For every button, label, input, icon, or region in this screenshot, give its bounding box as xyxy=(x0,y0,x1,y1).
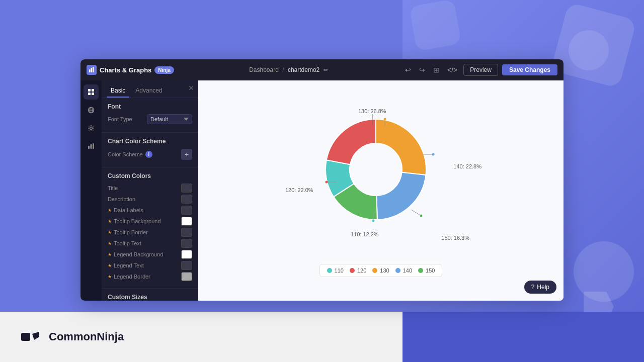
svg-rect-0 xyxy=(21,333,30,341)
sidebar-item-grid[interactable] xyxy=(84,84,99,100)
icon-sidebar xyxy=(80,80,102,301)
code-button[interactable]: </> xyxy=(445,65,459,75)
donut-segment-140[interactable] xyxy=(376,172,426,220)
color-swatch[interactable] xyxy=(181,228,192,237)
svg-rect-9 xyxy=(92,93,94,95)
label-130: 130: 26.8% xyxy=(358,108,386,114)
donut-chart xyxy=(300,104,451,235)
svg-point-26 xyxy=(420,215,423,217)
color-label-text: Tooltip Background xyxy=(114,218,161,224)
bottom-bar-right xyxy=(403,312,644,362)
deco-arrow xyxy=(584,292,614,322)
legend-label-140: 140 xyxy=(403,267,412,274)
svg-rect-4 xyxy=(91,68,93,72)
breadcrumb-parent[interactable]: Dashboard xyxy=(249,66,279,73)
color-item-description: Description xyxy=(108,195,192,204)
save-button[interactable]: Save Changes xyxy=(502,64,557,75)
legend-dot-140 xyxy=(395,268,400,273)
star-icon: ★ xyxy=(108,263,112,268)
color-item-legend-text: ★Legend Text xyxy=(108,261,192,270)
sidebar-item-chart[interactable] xyxy=(84,139,99,154)
info-icon[interactable]: i xyxy=(145,151,152,158)
custom-colors-section: Custom Colors TitleDescription★Data Labe… xyxy=(102,167,198,289)
svg-rect-15 xyxy=(91,144,92,149)
legend-item-110: 110 xyxy=(327,267,344,274)
custom-sizes-title: Custom Sizes xyxy=(108,294,192,301)
add-scheme-button[interactable]: + xyxy=(181,149,192,160)
color-label-text: Legend Border xyxy=(114,274,150,280)
breadcrumb: Dashboard / chartdemo2 ✏ xyxy=(178,66,399,73)
color-item-tooltip-background: ★Tooltip Background xyxy=(108,217,192,226)
color-swatch[interactable] xyxy=(181,206,192,215)
donut-segment-120[interactable] xyxy=(327,119,376,164)
sidebar-item-settings[interactable] xyxy=(84,121,99,136)
svg-rect-5 xyxy=(93,67,94,72)
svg-rect-6 xyxy=(88,89,91,92)
edit-icon[interactable]: ✏ xyxy=(324,67,328,73)
legend-item-120: 120 xyxy=(350,267,366,274)
color-swatch[interactable] xyxy=(181,195,192,204)
color-label-text: Description xyxy=(108,196,135,202)
scheme-label: Color Scheme i xyxy=(108,151,152,158)
breadcrumb-current: chartdemo2 xyxy=(288,66,319,73)
panel-tabs: Basic Advanced ✕ xyxy=(102,80,198,98)
tab-basic[interactable]: Basic xyxy=(107,84,129,98)
deco-shape-2 xyxy=(569,30,609,70)
settings-panel: Basic Advanced ✕ Font Font Type Default … xyxy=(102,80,198,301)
custom-sizes-section: Custom Sizes xyxy=(102,289,198,301)
font-type-select[interactable]: Default Arial Roboto xyxy=(147,114,192,124)
header-actions: ↩ ↪ ⊞ </> Preview Save Changes xyxy=(403,64,557,76)
help-button[interactable]: ? Help xyxy=(524,281,556,294)
star-icon: ★ xyxy=(108,274,112,279)
tab-advanced[interactable]: Advanced xyxy=(131,84,166,98)
legend-label-150: 150 xyxy=(426,267,435,274)
app-title: Charts & Graphs xyxy=(100,66,151,74)
sidebar-item-globe[interactable] xyxy=(84,103,99,118)
color-label-text: Legend Text xyxy=(114,262,144,268)
color-item-legend-border: ★Legend Border xyxy=(108,272,192,281)
color-swatch[interactable] xyxy=(181,272,192,281)
color-item-tooltip-text: ★Tooltip Text xyxy=(108,239,192,248)
font-type-label: Font Type xyxy=(108,116,132,122)
color-swatch[interactable] xyxy=(181,250,192,259)
legend-dot-150 xyxy=(418,268,423,273)
charts-logo-icon xyxy=(87,65,97,75)
label-110: 110: 12.2% xyxy=(351,231,379,237)
scheme-label-text: Color Scheme xyxy=(108,151,143,157)
panel-close-button[interactable]: ✕ xyxy=(188,84,194,92)
color-items-list: TitleDescription★Data Labels★Tooltip Bac… xyxy=(108,184,192,281)
redo-button[interactable]: ↪ xyxy=(417,65,427,75)
color-swatch[interactable] xyxy=(181,184,192,193)
custom-colors-title: Custom Colors xyxy=(108,172,192,179)
donut-segment-130[interactable] xyxy=(376,119,426,175)
preview-button[interactable]: Preview xyxy=(463,64,498,76)
color-label-text: Legend Background xyxy=(114,251,163,257)
bottom-bar: CommonNinja xyxy=(0,312,403,362)
undo-button[interactable]: ↩ xyxy=(403,65,413,75)
star-icon: ★ xyxy=(108,219,112,224)
color-swatch[interactable] xyxy=(181,217,192,226)
svg-rect-16 xyxy=(93,143,94,149)
color-scheme-title: Chart Color Scheme xyxy=(108,138,192,145)
logo-ninja-icon xyxy=(20,329,43,345)
svg-point-18 xyxy=(384,118,386,121)
legend-item-140: 140 xyxy=(395,267,412,274)
logo-text: CommonNinja xyxy=(49,330,124,343)
deco-shape-3 xyxy=(574,241,634,302)
breadcrumb-separator: / xyxy=(282,66,284,73)
font-type-row: Font Type Default Arial Roboto xyxy=(108,114,192,124)
app-window: Charts & Graphs Ninja Dashboard / chartd… xyxy=(80,59,564,301)
chart-legend: 110120130140150 xyxy=(319,264,443,277)
header-logo: Charts & Graphs Ninja xyxy=(87,65,174,75)
label-140: 140: 22.8% xyxy=(453,163,481,169)
star-icon: ★ xyxy=(108,208,112,213)
color-swatch[interactable] xyxy=(181,261,192,270)
app-header: Charts & Graphs Ninja Dashboard / chartd… xyxy=(80,59,564,80)
label-150: 150: 16.3% xyxy=(441,235,469,241)
layout-button[interactable]: ⊞ xyxy=(431,65,441,75)
color-swatch[interactable] xyxy=(181,239,192,248)
svg-point-2 xyxy=(24,335,27,338)
legend-dot-120 xyxy=(350,268,355,273)
svg-rect-14 xyxy=(88,146,90,149)
color-label-text: Title xyxy=(108,185,118,191)
